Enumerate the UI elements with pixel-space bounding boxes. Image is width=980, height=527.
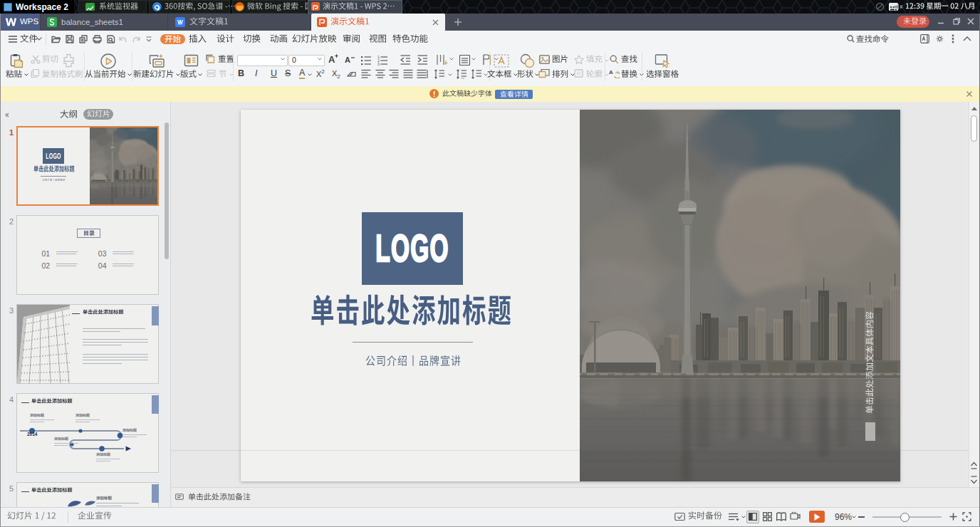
svg-text:A: A — [609, 69, 613, 75]
svg-text:3.: 3. — [377, 62, 380, 66]
